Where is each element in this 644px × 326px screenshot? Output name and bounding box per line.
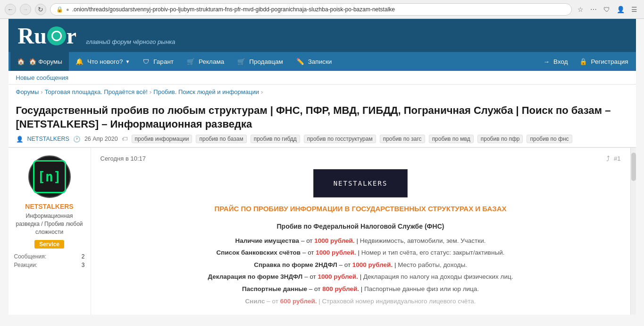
- price-row-2ndfl: Справка по форме 2НДФЛ – от 1000 рублей.…: [100, 260, 621, 270]
- forward-button[interactable]: →: [20, 4, 31, 15]
- lock-icon: 🔒: [56, 6, 63, 13]
- price-row-imuschestvo: Наличие имущества – от 1000 рублей. | Не…: [100, 236, 621, 246]
- stat-messages-value: 2: [82, 253, 85, 260]
- tag-probiv-zags[interactable]: пробив по загс: [380, 135, 425, 143]
- menu-icon[interactable]: ☰: [629, 5, 639, 14]
- nav-zapiski[interactable]: ✏️ Записки: [290, 52, 339, 71]
- breadcrumb-marketplace[interactable]: Торговая площадка. Продаётся всё!: [45, 88, 148, 95]
- nav-forums[interactable]: 🏠 🏠 Форумы: [10, 52, 69, 71]
- nav-whats-new[interactable]: 🔔 Что нового? ▼: [69, 52, 136, 71]
- nav-right: → Вход 🔒 Регистрация: [538, 52, 634, 71]
- scrollbar-track[interactable]: [630, 148, 636, 315]
- login-icon: →: [544, 58, 550, 65]
- breadcrumb-sep-3: ›: [261, 88, 263, 95]
- page-title-area: Государственный пробив по любым структур…: [8, 99, 636, 147]
- post-body: NETSTALKERS ПРАЙС ПО ПРОБИВУ ИНФОРМАЦИИ …: [100, 169, 621, 306]
- author-icon: 👤: [16, 136, 24, 143]
- edit-icon: ✏️: [296, 58, 304, 65]
- cart-icon: 🛒: [237, 58, 245, 65]
- site-wrapper: Ru r главный форум чёрного рынка 🏠 🏠 Фор…: [8, 19, 636, 315]
- profile-icon[interactable]: 👤: [615, 5, 627, 14]
- main-nav: 🏠 🏠 Форумы 🔔 Что нового? ▼ 🛡 Гарант 🛒 Ре…: [8, 52, 636, 71]
- chevron-icon: ▼: [125, 59, 130, 64]
- new-messages-bar: Новые сообщения: [8, 71, 636, 85]
- address-bar[interactable]: 🔒 ● .onion/threads/gosudarstvennyj-probi…: [50, 3, 572, 16]
- tag-probiv-pfr[interactable]: пробив по пфр: [477, 135, 523, 143]
- register-icon: 🔒: [579, 58, 587, 65]
- url-text: .onion/threads/gosudarstvennyj-probiv-po…: [72, 6, 395, 13]
- browser-actions: ☆ ⋯ 🛡 👤 ☰: [576, 5, 639, 14]
- price-row-pasport: Паспортные данные – от 800 рублей. | Пас…: [100, 284, 621, 294]
- post-timestamp: Сегодня в 10:17: [100, 155, 146, 162]
- bookmark-icon[interactable]: ☆: [576, 5, 585, 14]
- stat-reactions: Реакции: 3: [14, 261, 85, 269]
- circle-icon: ●: [66, 7, 69, 12]
- username-link[interactable]: NETSTALKERS: [25, 203, 73, 210]
- tag-probiv-gibdd[interactable]: пробив по гибдд: [251, 135, 300, 143]
- tag-probiv-fns[interactable]: пробив по фнс: [527, 135, 572, 143]
- tag-probiv-bazam[interactable]: пробив по базам: [196, 135, 246, 143]
- back-button[interactable]: ←: [5, 4, 16, 15]
- post-author[interactable]: NETSTALKERS: [27, 136, 69, 142]
- post-header: Сегодня в 10:17 ⤴ #1: [100, 154, 621, 163]
- nav-prodavtsam[interactable]: 🛒 Продавцам: [231, 52, 290, 71]
- banner-placeholder: NETSTALKERS: [313, 169, 408, 197]
- stat-reactions-label: Реакции:: [14, 262, 38, 268]
- breadcrumb-probiv[interactable]: Пробив. Поиск людей и информации: [153, 88, 259, 95]
- tags-icon: 🏷: [122, 136, 128, 142]
- nav-garant[interactable]: 🛡 Гарант: [136, 52, 180, 71]
- stat-messages-label: Сообщения:: [14, 253, 46, 260]
- browser-chrome: ← → ↻ 🔒 ● .onion/threads/gosudarstvennyj…: [0, 0, 644, 19]
- post-number: #1: [614, 155, 620, 162]
- tag-probiv-info[interactable]: пробив информации: [132, 135, 192, 143]
- shield-nav-icon: 🛡: [143, 58, 150, 65]
- reload-button[interactable]: ↻: [35, 4, 46, 15]
- user-badge: Service: [34, 240, 64, 249]
- site-header: Ru r главный форум чёрного рынка: [8, 19, 636, 52]
- breadcrumb-sep-2: ›: [150, 88, 151, 95]
- shield-icon[interactable]: 🛡: [602, 5, 612, 14]
- price-row-3ndfl: Декларация по форме 3НДФЛ – от 1000 рубл…: [100, 272, 621, 282]
- home-icon: 🏠: [17, 58, 25, 65]
- stat-reactions-value: 3: [82, 262, 85, 268]
- date-icon: 🕐: [73, 136, 81, 143]
- page-title: Государственный пробив по любым структур…: [16, 104, 628, 131]
- content-area: [n] NETSTALKERS Информационная разведка …: [8, 147, 636, 315]
- new-messages-link[interactable]: Новые сообщения: [16, 74, 69, 81]
- breadcrumb-forums[interactable]: Форумы: [16, 88, 39, 95]
- price-row-snils: Снилс – от 600 рублей. | Страховой номер…: [100, 296, 621, 307]
- bell-icon: 🔔: [75, 58, 84, 65]
- user-avatar: [n]: [28, 155, 71, 198]
- post-actions: ⤴ #1: [606, 154, 620, 163]
- breadcrumb: Форумы › Торговая площадка. Продаётся вс…: [8, 85, 636, 99]
- tag-probiv-gos[interactable]: пробив по госструктурам: [304, 135, 376, 143]
- price-row-bankovskie: Список банковских счётов – от 1000 рубле…: [100, 248, 621, 258]
- nav-register[interactable]: 🔒 Регистрация: [574, 52, 634, 71]
- ad-icon: 🛒: [187, 58, 195, 65]
- post-content: Сегодня в 10:17 ⤴ #1 NETSTALKERS ПРАЙС П…: [91, 148, 630, 315]
- tag-probiv-mvd[interactable]: пробив по мвд: [429, 135, 474, 143]
- post-meta: 👤 NETSTALKERS 🕐 26 Апр 2020 🏷 пробив инф…: [16, 135, 628, 143]
- scrollbar-thumb[interactable]: [631, 153, 636, 181]
- user-sidebar: [n] NETSTALKERS Информационная разведка …: [8, 148, 91, 315]
- user-stats: Сообщения: 2 Реакции: 3: [14, 252, 85, 269]
- share-icon[interactable]: ⤴: [606, 154, 610, 163]
- user-description: Информационная разведка / Пробив любой с…: [14, 212, 85, 236]
- logo-area: Ru r: [18, 25, 77, 52]
- fns-section-header: Пробив по Федеральной Налоговой Службе (…: [100, 221, 621, 232]
- breadcrumb-sep-1: ›: [41, 88, 42, 95]
- header-tagline: главный форум чёрного рынка: [86, 38, 175, 52]
- nav-reklama[interactable]: 🛒 Реклама: [180, 52, 231, 71]
- extensions-icon[interactable]: ⋯: [588, 5, 599, 14]
- post-date: 26 Апр 2020: [84, 136, 118, 142]
- banner-image: NETSTALKERS: [100, 169, 621, 197]
- nav-login[interactable]: → Вход: [538, 52, 574, 71]
- price-title: ПРАЙС ПО ПРОБИВУ ИНФОРМАЦИИ В ГОСУДАРСТВ…: [100, 203, 621, 214]
- avatar-inner: [n]: [33, 160, 66, 193]
- stat-messages: Сообщения: 2: [14, 252, 85, 261]
